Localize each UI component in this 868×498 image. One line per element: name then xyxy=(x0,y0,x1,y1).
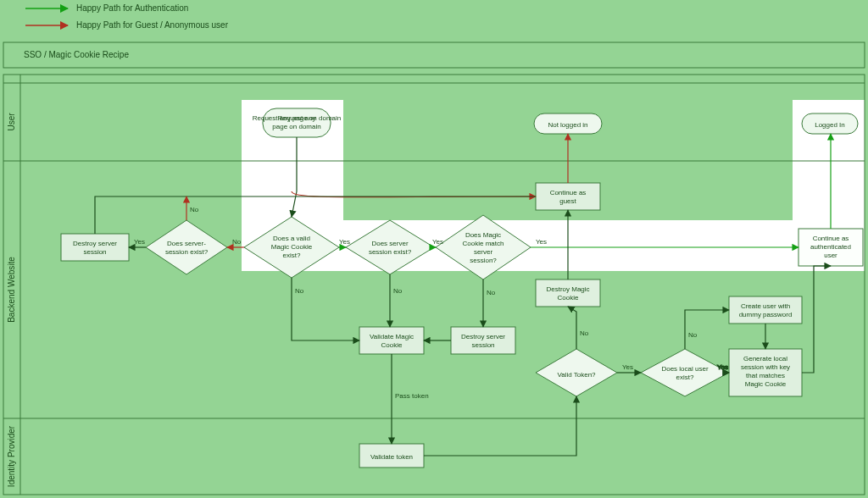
svg-text:Does Magic: Does Magic xyxy=(465,231,501,239)
legend-auth-label: Happy Path for Authentication xyxy=(76,3,188,13)
svg-text:No: No xyxy=(487,289,496,296)
node-continue-auth: Continue as authenticated user xyxy=(798,229,863,266)
svg-text:Does a valid: Does a valid xyxy=(273,235,310,242)
lane-idp-label: Identity Provider xyxy=(7,425,16,487)
svg-text:No: No xyxy=(688,331,698,339)
lane-backend-label: Backend Website xyxy=(7,257,16,323)
svg-text:page on domain: page on domain xyxy=(272,123,320,130)
svg-text:Yes: Yes xyxy=(339,238,350,246)
svg-text:Yes: Yes xyxy=(432,238,443,246)
svg-text:Validate token: Validate token xyxy=(370,453,413,461)
svg-text:Create user with: Create user with xyxy=(741,302,790,310)
svg-text:No: No xyxy=(232,238,242,246)
diagram-title: SSO / Magic Cookie Recipe xyxy=(24,50,129,59)
svg-text:Magic Cookie: Magic Cookie xyxy=(745,380,787,388)
svg-text:Does server: Does server xyxy=(371,240,408,247)
node-destroy-server-session-1: Destroy server session xyxy=(61,234,129,261)
svg-text:session: session xyxy=(471,341,494,349)
svg-text:No: No xyxy=(190,206,199,213)
svg-text:Pass token: Pass token xyxy=(395,392,429,400)
svg-text:Yes: Yes xyxy=(536,238,547,246)
svg-text:exist?: exist? xyxy=(676,374,694,381)
node-validate-token: Validate token xyxy=(359,444,424,468)
node-destroy-server-session-2: Destroy server session xyxy=(451,327,515,354)
node-destroy-magic-cookie: Destroy Magic Cookie xyxy=(536,279,600,307)
svg-text:Destroy server: Destroy server xyxy=(461,333,505,340)
node-not-logged-in: Not logged in xyxy=(534,113,602,134)
svg-text:Cookie: Cookie xyxy=(381,341,403,349)
svg-text:Generate local: Generate local xyxy=(743,355,787,362)
svg-text:exist?: exist? xyxy=(283,252,301,259)
svg-text:Destroy Magic: Destroy Magic xyxy=(546,285,589,293)
svg-text:session exist?: session exist? xyxy=(165,248,209,256)
svg-text:Does local user: Does local user xyxy=(661,365,708,373)
svg-text:Request any: Request any xyxy=(278,114,316,122)
node-create-dummy-user: Create user with dummy password xyxy=(729,296,802,324)
svg-text:session?: session? xyxy=(470,257,497,264)
flowchart-diagram: Happy Path for Authentication Happy Path… xyxy=(0,0,868,498)
svg-text:No: No xyxy=(295,287,304,295)
legend-guest-label: Happy Path for Guest / Anonymous user xyxy=(76,20,229,30)
svg-text:Yes: Yes xyxy=(622,363,633,371)
svg-text:session exist?: session exist? xyxy=(369,248,412,256)
svg-text:Cookie: Cookie xyxy=(558,294,579,302)
svg-text:session with key: session with key xyxy=(741,363,790,371)
svg-text:Valid Token?: Valid Token? xyxy=(557,371,596,379)
svg-text:authenticated: authenticated xyxy=(810,243,851,251)
svg-text:Magic Cookie: Magic Cookie xyxy=(271,243,313,251)
svg-text:Destroy server: Destroy server xyxy=(73,240,117,247)
svg-text:No: No xyxy=(393,287,403,295)
svg-text:No: No xyxy=(580,329,589,337)
node-logged-in: Logged In xyxy=(802,113,858,134)
svg-text:guest: guest xyxy=(559,197,576,205)
node-validate-magic-cookie: Validate Magic Cookie xyxy=(359,327,424,354)
svg-text:Yes: Yes xyxy=(134,238,145,246)
svg-text:session: session xyxy=(83,248,106,256)
svg-text:server: server xyxy=(474,248,493,256)
node-generate-session: Generate local session with key that mat… xyxy=(729,349,802,396)
svg-text:Not logged in: Not logged in xyxy=(548,121,587,129)
node-continue-guest: Continue as guest xyxy=(536,183,600,210)
svg-text:Cookie match: Cookie match xyxy=(463,240,504,247)
svg-text:Continue as: Continue as xyxy=(813,235,849,242)
svg-text:Continue as: Continue as xyxy=(550,189,587,196)
svg-text:Does server-: Does server- xyxy=(167,240,206,247)
svg-text:that matches: that matches xyxy=(746,372,785,379)
svg-text:dummy password: dummy password xyxy=(739,311,793,318)
svg-text:Yes: Yes xyxy=(717,363,728,371)
svg-text:Logged In: Logged In xyxy=(815,121,845,129)
svg-text:user: user xyxy=(824,252,837,259)
lane-user-label: User xyxy=(7,113,16,131)
svg-text:Validate Magic: Validate Magic xyxy=(370,333,414,340)
